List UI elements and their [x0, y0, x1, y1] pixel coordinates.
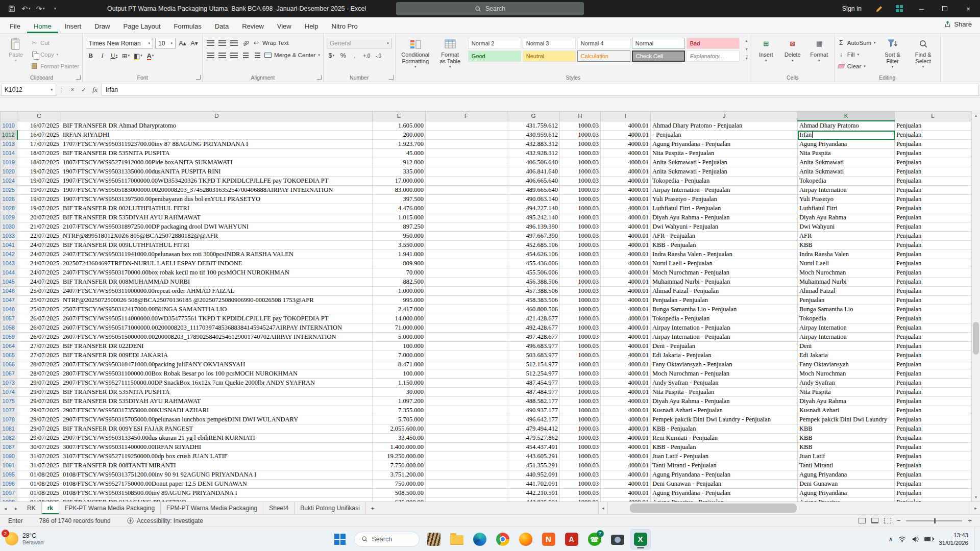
- cell-e1047[interactable]: 995.000: [373, 296, 426, 305]
- cell-j1074[interactable]: Nita Puspita - Penjualan: [651, 388, 798, 397]
- cell-h1057[interactable]: 1000.03: [560, 314, 601, 323]
- clock[interactable]: 13:43 31/01/2026: [939, 532, 968, 546]
- cell-f1064[interactable]: [426, 342, 507, 351]
- cell-i1095[interactable]: 4000.01: [601, 470, 651, 480]
- row-header-1087[interactable]: 1087: [1, 443, 17, 452]
- percent-style-icon[interactable]: %: [338, 51, 348, 61]
- cell-j1058[interactable]: Airpay Internation - Penjualan: [651, 323, 798, 333]
- row-header-1047[interactable]: 1047: [1, 296, 17, 305]
- cell-c1013[interactable]: 17/07/2025: [17, 140, 61, 149]
- row-header-1026[interactable]: 1026: [1, 195, 17, 204]
- cell-l1095[interactable]: Penjualan: [895, 470, 971, 480]
- cell-k1042[interactable]: Indra Raesha Valen: [798, 250, 895, 259]
- cell-i1024[interactable]: 4000.01: [601, 177, 651, 186]
- cell-k1066[interactable]: Fany Oktaviansyah: [798, 360, 895, 369]
- cell-j1078[interactable]: Pempek pakcik Dini Dwi Laundry - Penjual…: [651, 415, 798, 424]
- column-header-l[interactable]: L: [895, 112, 971, 121]
- cell-h1098[interactable]: 1000.03: [560, 498, 601, 502]
- cell-d1013[interactable]: 1707/FTSCY/WS950311923700.00inv 87 88AGU…: [61, 140, 373, 149]
- column-header-k[interactable]: K: [798, 112, 895, 121]
- tab-review[interactable]: Review: [235, 19, 271, 33]
- cell-f1030[interactable]: [426, 222, 507, 232]
- cell-g1014[interactable]: 432.928.312: [507, 149, 560, 158]
- cell-e1090[interactable]: 19.250.000.00: [373, 452, 426, 461]
- cell-k1065[interactable]: Edi Jakaria: [798, 351, 895, 360]
- sheet-nav-right-icon[interactable]: ▸: [11, 502, 21, 514]
- italic-button[interactable]: I: [97, 51, 107, 61]
- clear-button[interactable]: Clear▾: [838, 61, 876, 71]
- cell-l1066[interactable]: Penjualan: [895, 360, 971, 369]
- row-header-1057[interactable]: 1057: [1, 314, 17, 323]
- tab-home[interactable]: Home: [27, 19, 58, 33]
- cell-e1073[interactable]: 1.150.000: [373, 379, 426, 388]
- zoom-in-icon[interactable]: +: [968, 517, 972, 524]
- tab-nitro-pro[interactable]: Nitro Pro: [325, 19, 364, 33]
- cell-d1058[interactable]: 2607/FTSCY/WS9505171000000.00200008203_1…: [61, 323, 373, 333]
- cell-i1030[interactable]: 4000.01: [601, 222, 651, 232]
- cell-g1059[interactable]: 497.428.677: [507, 333, 560, 342]
- cell-k1067[interactable]: Moch Nurochman: [798, 369, 895, 379]
- cell-i1042[interactable]: 4000.01: [601, 250, 651, 259]
- cell-j1065[interactable]: Edi Jakaria - Penjualan: [651, 351, 798, 360]
- format-as-table-button[interactable]: Format as Table ▾: [435, 36, 465, 69]
- cell-h1042[interactable]: 1000.03: [560, 250, 601, 259]
- style-chip-normal[interactable]: Normal: [632, 38, 685, 49]
- format-painter-button[interactable]: Format Painter: [31, 61, 79, 71]
- row-header-1025[interactable]: 1025: [1, 186, 17, 195]
- cell-g1047[interactable]: 458.383.506: [507, 296, 560, 305]
- cell-j1097[interactable]: Agung Priyandana - Penjualan: [651, 489, 798, 498]
- cell-k1019[interactable]: Anita Sukmawati: [798, 158, 895, 167]
- cell-k1045[interactable]: Muhammad Nurbi: [798, 278, 895, 287]
- cell-f1095[interactable]: [426, 470, 507, 480]
- cell-k1091[interactable]: Tanti Miranti: [798, 461, 895, 470]
- decrease-indent-icon[interactable]: [241, 50, 251, 60]
- cell-i1081[interactable]: 4000.01: [601, 424, 651, 434]
- cell-l1058[interactable]: Penjualan: [895, 323, 971, 333]
- cell-k1073[interactable]: Andy Syafran: [798, 379, 895, 388]
- cell-c1047[interactable]: 25/07/2025: [17, 296, 61, 305]
- row-header-1073[interactable]: 1073: [1, 379, 17, 388]
- cell-l1025[interactable]: Penjualan: [895, 186, 971, 195]
- cell-h1044[interactable]: 1000.03: [560, 268, 601, 278]
- cell-f1028[interactable]: [426, 204, 507, 213]
- fill-button[interactable]: ↓Fill▾: [838, 49, 876, 59]
- cell-e1010[interactable]: 1.605.000: [373, 121, 426, 131]
- increase-indent-icon[interactable]: [253, 50, 262, 60]
- cell-g1024[interactable]: 406.665.640: [507, 177, 560, 186]
- cell-i1067[interactable]: 4000.01: [601, 369, 651, 379]
- cell-c1044[interactable]: 24/07/2025: [17, 268, 61, 278]
- cell-h1078[interactable]: 1000.03: [560, 415, 601, 424]
- cell-l1059[interactable]: Penjualan: [895, 333, 971, 342]
- cell-f1046[interactable]: [426, 287, 507, 296]
- enter-icon[interactable]: ✓: [78, 84, 89, 96]
- scroll-right-icon[interactable]: ▸: [971, 502, 980, 514]
- column-header-f[interactable]: F: [426, 112, 507, 121]
- cell-i1013[interactable]: 4000.01: [601, 140, 651, 149]
- cell-d1046[interactable]: 2407/FTSCY/WS950311000000.00repeat order…: [61, 287, 373, 296]
- cell-i1098[interactable]: 4000.01: [601, 498, 651, 502]
- cell-i1047[interactable]: 4000.01: [601, 296, 651, 305]
- cell-f1098[interactable]: [426, 498, 507, 502]
- row-header-1028[interactable]: 1028: [1, 204, 17, 213]
- cell-l1013[interactable]: Penjualan: [895, 140, 971, 149]
- cell-f1045[interactable]: [426, 278, 507, 287]
- cell-k1025[interactable]: Airpay Internation: [798, 186, 895, 195]
- cell-f1067[interactable]: [426, 369, 507, 379]
- cell-l1029[interactable]: Penjualan: [895, 213, 971, 222]
- cell-l1046[interactable]: Penjualan: [895, 287, 971, 296]
- cell-g1033[interactable]: 497.667.390: [507, 232, 560, 241]
- cell-i1077[interactable]: 4000.01: [601, 406, 651, 415]
- battery-icon[interactable]: [924, 537, 933, 541]
- cell-g1012[interactable]: 430.959.612: [507, 131, 560, 140]
- cell-j1042[interactable]: Indra Raesha Valen - Penjualan: [651, 250, 798, 259]
- cell-h1028[interactable]: 1000.03: [560, 204, 601, 213]
- nitro-icon[interactable]: N: [538, 529, 559, 549]
- cell-h1075[interactable]: 1000.03: [560, 397, 601, 406]
- cell-e1045[interactable]: 882.500: [373, 278, 426, 287]
- cell-d1059[interactable]: 2607/FTSCY/WS950515000000.00200008203_17…: [61, 333, 373, 342]
- cell-l1044[interactable]: Penjualan: [895, 268, 971, 278]
- cell-f1057[interactable]: [426, 314, 507, 323]
- cell-g1096[interactable]: 441.702.091: [507, 480, 560, 489]
- cell-h1096[interactable]: 1000.03: [560, 480, 601, 489]
- cell-l1074[interactable]: Penjualan: [895, 388, 971, 397]
